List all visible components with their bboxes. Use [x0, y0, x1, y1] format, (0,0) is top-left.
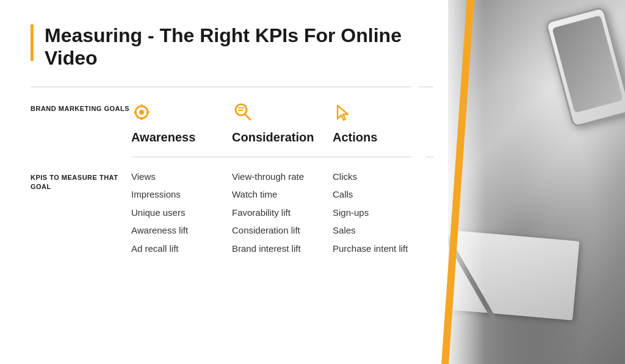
- title-section: Measuring - The Right KPIs For Online Vi…: [31, 24, 433, 70]
- kpi-item: Ad recall lift: [131, 243, 232, 255]
- kpi-item: Unique users: [131, 207, 232, 219]
- top-divider: [31, 87, 433, 87]
- mid-divider: [131, 157, 433, 157]
- goal-awareness: Awareness: [131, 102, 232, 145]
- kpi-item: Awareness lift: [131, 224, 232, 237]
- kpi-item: Watch time: [232, 188, 333, 201]
- kpi-item: Favorability lift: [232, 207, 333, 219]
- awareness-label: Awareness: [131, 130, 195, 145]
- kpi-col-consideration: View-through rate Watch time Favorabilit…: [232, 171, 333, 255]
- kpi-col-awareness: Views Impressions Unique users Awareness…: [131, 171, 232, 255]
- kpi-columns: Views Impressions Unique users Awareness…: [131, 171, 433, 255]
- goals-row-label: BRAND MARKETING GOALS: [31, 102, 131, 113]
- goals-columns: Awareness Consideration: [131, 102, 433, 145]
- goals-section: BRAND MARKETING GOALS Aware: [31, 102, 433, 145]
- svg-point-1: [139, 110, 144, 115]
- kpis-section: KPIs TO MEASURE THAT GOAL Views Impressi…: [31, 171, 433, 255]
- kpi-item: Views: [131, 171, 232, 183]
- awareness-icon: [131, 102, 152, 127]
- kpi-item: Brand interest lift: [232, 243, 333, 255]
- consideration-label: Consideration: [232, 130, 314, 145]
- kpis-row-label: KPIs TO MEASURE THAT GOAL: [31, 171, 131, 192]
- goal-consideration: Consideration: [232, 102, 333, 145]
- kpi-item: View-through rate: [232, 171, 333, 183]
- kpi-item: Impressions: [131, 188, 232, 201]
- title-accent-bar: [31, 24, 34, 61]
- photo-background: [448, 0, 625, 364]
- kpi-item: Consideration lift: [232, 224, 333, 237]
- diagonal-separator: [411, 0, 460, 364]
- left-content: Measuring - The Right KPIs For Online Vi…: [0, 0, 464, 364]
- consideration-icon: [232, 102, 253, 127]
- actions-label: Actions: [333, 130, 377, 145]
- svg-line-7: [245, 114, 250, 120]
- slide-container: Measuring - The Right KPIs For Online Vi…: [0, 0, 625, 364]
- actions-icon: [333, 102, 353, 127]
- page-title: Measuring - The Right KPIs For Online Vi…: [45, 24, 433, 70]
